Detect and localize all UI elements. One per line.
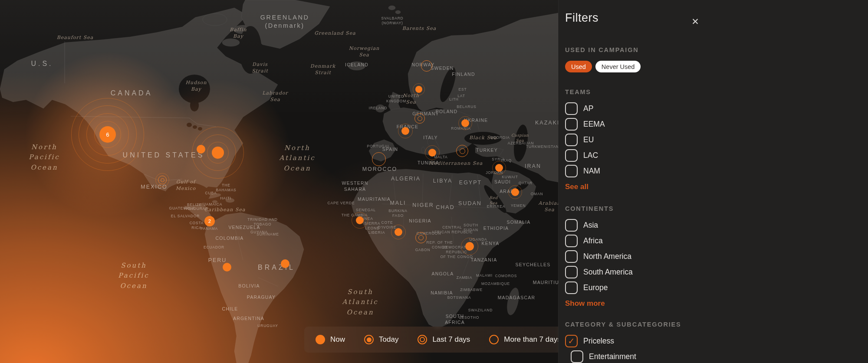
checkbox-label: Entertainment [589,352,636,361]
app-window: U.S.CANADAUNITED STATESMEXICOGREENLAND (… [0,0,868,363]
pill-never-used[interactable]: Never Used [595,61,641,72]
marker-core [401,127,409,135]
checkbox-row: Africa [565,235,868,247]
event-marker-now[interactable] [223,263,231,271]
cluster-count: 2 [208,219,211,224]
marker-core [428,149,436,157]
event-marker-now[interactable] [428,149,436,157]
event-marker-ring[interactable] [372,152,386,166]
event-marker-now[interactable] [212,147,224,159]
checkbox-row: AP [565,102,868,115]
marker-core [372,152,386,166]
event-marker-now[interactable] [465,242,474,251]
event-marker-now[interactable] [401,127,409,135]
marker-core [511,188,519,196]
legend-item-last-7-days: Last 7 days [418,335,470,344]
marker-core [465,242,474,251]
checkbox-label: LAC [583,151,598,160]
event-marker-now[interactable] [395,228,402,236]
north-america-checkbox[interactable] [565,250,578,263]
event-marker-now[interactable] [511,188,519,196]
categories-checkbox-list: ✓PricelessEntertainment [565,335,868,363]
eu-checkbox[interactable] [565,134,578,146]
asia-checkbox[interactable] [565,219,578,232]
checkbox-row: EU [565,134,868,146]
map-markers-layer: 62 [0,0,558,363]
legend-item-now: Now [316,335,345,344]
checkbox-row: ✓Priceless [565,335,868,347]
legend-item-today: Today [364,335,398,344]
filters-panel: Filters ✕ USED IN CAMPAIGN UsedNever Use… [558,0,868,363]
checkbox-row: North America [565,250,868,263]
event-marker-ring[interactable] [158,176,167,184]
map-legend: NowTodayLast 7 daysMore than 7 days ago [304,327,558,353]
checkbox-row: LAC [565,149,868,162]
legend-label: More than 7 days ago [504,335,558,344]
priceless-checkbox[interactable]: ✓ [565,335,578,347]
marker-core [223,263,231,271]
see-all-link[interactable]: See all [565,183,589,191]
event-marker-ring[interactable] [415,232,427,243]
legend-ringdot-icon [364,335,374,344]
checkbox-label: Africa [583,236,603,245]
check-icon: ✓ [568,337,575,345]
marker-inner-ring [418,116,422,121]
eema-checkbox[interactable] [565,118,578,131]
event-marker-ring[interactable] [456,145,468,157]
used-pill-group: UsedNever Used [565,61,868,72]
legend-label: Last 7 days [432,335,470,344]
panel-title: Filters [565,11,868,25]
show-more-link[interactable]: Show more [565,299,605,308]
checkbox-label: EEMA [583,120,605,129]
continents-checkbox-list: AsiaAfricaNorth AmericaSouth AmericaEuro… [565,219,868,294]
event-marker-ring[interactable] [421,60,432,72]
cluster-count: 6 [106,131,109,138]
cluster-marker[interactable]: 2 [204,216,215,226]
event-marker-now[interactable] [281,259,289,268]
checkbox-label: South America [583,268,633,277]
cluster-marker[interactable]: 6 [99,126,116,143]
event-marker-now[interactable] [356,216,364,224]
checkbox-row: Asia [565,219,868,232]
legend-item-more-than-7-days-ago: More than 7 days ago [489,335,558,344]
section-categories: CATEGORY & SUBCATEGORIES [565,321,868,328]
marker-core [281,259,289,268]
marker-core [415,232,427,243]
checkbox-row: EEMA [565,118,868,131]
marker-core: 6 [99,126,116,143]
section-used-in-campaign: USED IN CAMPAIGN [565,46,868,53]
lac-checkbox[interactable] [565,149,578,162]
checkbox-label: AP [583,104,593,113]
checkbox-row: South America [565,266,868,278]
legend-solid-icon [316,335,325,344]
section-teams: TEAMS [565,88,868,95]
close-icon[interactable]: ✕ [689,15,702,28]
marker-core [495,164,503,172]
event-marker-now[interactable] [415,86,422,93]
checkbox-row: NAM [565,165,868,177]
marker-core [456,145,468,157]
europe-checkbox[interactable] [565,281,578,294]
marker-inner-ring [460,148,465,154]
event-marker-now[interactable] [461,119,469,127]
legend-oring-icon [489,335,499,344]
checkbox-label: NAM [583,167,600,176]
checkbox-label: Europe [583,283,608,292]
checkbox-row: Entertainment [571,350,868,363]
section-continents: CONTINENTS [565,205,868,212]
marker-inner-ring [161,178,164,182]
teams-checkbox-list: APEEMAEULACNAM [565,102,868,177]
entertainment-checkbox[interactable] [571,350,583,363]
event-marker-now[interactable] [495,164,503,172]
world-map[interactable]: U.S.CANADAUNITED STATESMEXICOGREENLAND (… [0,0,558,363]
south-america-checkbox[interactable] [565,266,578,278]
pill-used[interactable]: Used [565,61,592,72]
marker-core [415,86,422,93]
africa-checkbox[interactable] [565,235,578,247]
ap-checkbox[interactable] [565,102,578,115]
event-marker-ring[interactable] [414,113,425,124]
marker-core [158,176,167,184]
nam-checkbox[interactable] [565,165,578,177]
marker-core [414,113,425,124]
checkbox-label: EU [583,135,594,144]
